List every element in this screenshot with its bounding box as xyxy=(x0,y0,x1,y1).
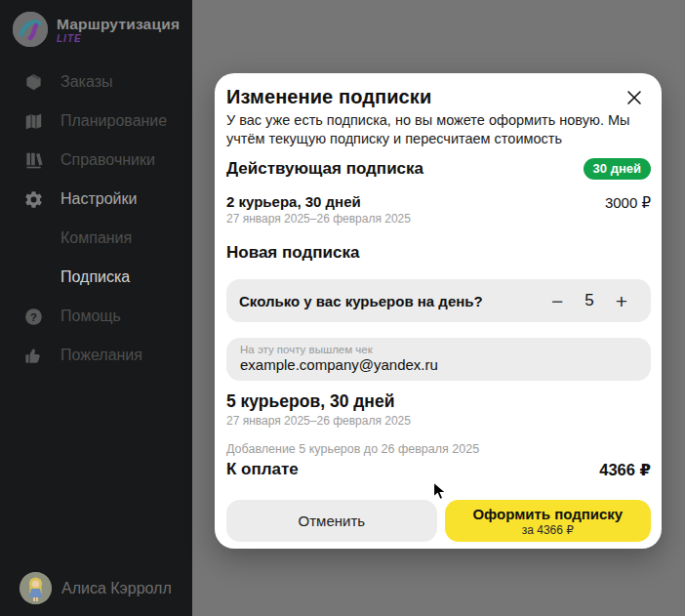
sidebar-item-settings[interactable]: Настройки xyxy=(0,180,192,219)
proration-note: Добавление 5 курьеров до 26 февраля 2025 xyxy=(226,442,651,456)
submit-button-label: Оформить подписку xyxy=(472,506,623,522)
current-plan-price: 3000 ₽ xyxy=(605,194,651,212)
total-label: К оплате xyxy=(226,460,299,479)
current-plan-name: 2 курьера, 30 дней xyxy=(226,193,411,210)
logo-icon xyxy=(13,12,48,47)
email-field[interactable]: На эту почту вышлем чек example.company@… xyxy=(226,338,651,381)
help-icon: ? xyxy=(23,307,43,326)
sidebar-item-help[interactable]: ? Помощь xyxy=(0,297,192,336)
gear-icon xyxy=(23,189,43,209)
modal-title: Изменение подписки xyxy=(226,86,431,108)
app-logo[interactable]: Маршрутизация LITE xyxy=(0,0,192,51)
map-icon xyxy=(23,111,43,131)
cancel-button[interactable]: Отменить xyxy=(226,500,437,542)
books-icon xyxy=(23,150,43,170)
current-plan-period: 27 января 2025–26 февраля 2025 xyxy=(226,212,411,226)
sidebar-item-label: Помощь xyxy=(60,308,121,325)
sidebar-item-label: Пожелания xyxy=(60,347,142,364)
couriers-value: 5 xyxy=(584,291,593,310)
current-plan-row: 2 курьера, 30 дней 27 января 2025–26 фев… xyxy=(226,193,651,226)
email-field-value: example.company@yandex.ru xyxy=(240,356,637,373)
sidebar-item-label: Заказы xyxy=(60,73,112,91)
days-badge: 30 дней xyxy=(584,158,651,180)
sidebar-item-subscription[interactable]: Подписка xyxy=(0,258,192,297)
sidebar-item-label: Подписка xyxy=(60,268,130,286)
sidebar-item-label: Планирование xyxy=(60,112,167,130)
sidebar-menu: Заказы Планирование Справочники Настройк… xyxy=(0,62,192,375)
subscription-modal: Изменение подписки У вас уже есть подпис… xyxy=(215,73,662,549)
sidebar-item-planning[interactable]: Планирование xyxy=(0,102,192,141)
sidebar-item-company[interactable]: Компания xyxy=(0,219,192,258)
couriers-question-label: Сколько у вас курьеров на день? xyxy=(239,293,547,309)
total-price: 4366 ₽ xyxy=(599,461,651,479)
box-icon xyxy=(23,72,43,92)
email-field-label: На эту почту вышлем чек xyxy=(240,344,637,355)
sidebar: Маршрутизация LITE Заказы Планирование С… xyxy=(0,0,192,616)
thumbs-up-icon xyxy=(23,346,43,365)
sidebar-item-label: Справочники xyxy=(60,151,155,169)
sidebar-item-directories[interactable]: Справочники xyxy=(0,141,192,180)
plus-button[interactable]: + xyxy=(612,291,631,311)
sidebar-item-wishes[interactable]: Пожелания xyxy=(0,336,192,375)
new-plan-name: 5 курьеров, 30 дней xyxy=(226,391,411,412)
new-plan-row: 5 курьеров, 30 дней 27 января 2025–26 фе… xyxy=(226,391,651,428)
user-profile[interactable]: Алиса Кэрролл xyxy=(0,572,192,604)
submit-button[interactable]: Оформить подписку за 4366 ₽ xyxy=(445,500,651,542)
sidebar-item-label: Настройки xyxy=(60,190,137,208)
current-subscription-heading: Действующая подписка xyxy=(226,159,423,179)
new-subscription-heading: Новая подписка xyxy=(226,243,651,263)
avatar xyxy=(20,572,52,604)
new-plan-period: 27 января 2025–26 февраля 2025 xyxy=(226,414,411,428)
sidebar-item-orders[interactable]: Заказы xyxy=(0,62,192,102)
couriers-stepper: Сколько у вас курьеров на день? − 5 + xyxy=(226,279,651,322)
modal-description: У вас уже есть подписка, но вы можете оф… xyxy=(226,111,651,148)
close-icon[interactable] xyxy=(625,88,644,107)
minus-button[interactable]: − xyxy=(547,291,567,311)
app-title: Маршрутизация xyxy=(57,16,180,33)
sidebar-item-label: Компания xyxy=(60,229,132,247)
user-name: Алиса Кэрролл xyxy=(61,580,172,597)
svg-text:?: ? xyxy=(30,310,37,322)
app-edition: LITE xyxy=(57,33,180,44)
submit-button-sublabel: за 4366 ₽ xyxy=(522,523,574,537)
